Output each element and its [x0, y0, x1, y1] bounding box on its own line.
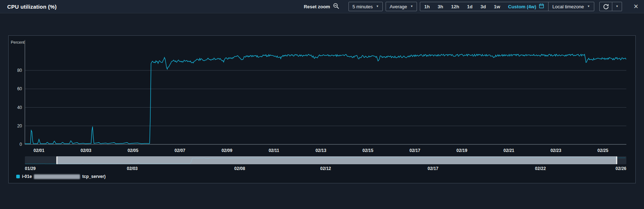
x-tick-02/07: 02/07 — [174, 148, 185, 153]
time-range-group: 1h3h12h1d3d1w Custom (4w) Local timezone… — [420, 2, 594, 11]
x-tick-02/05: 02/05 — [128, 148, 138, 153]
brush-tick-02/26: 02/26 — [616, 166, 626, 171]
brush-handle-right[interactable] — [616, 156, 617, 164]
legend[interactable]: i-01e tcp_server) — [16, 174, 635, 179]
brush-tick-02/08: 02/08 — [234, 166, 245, 171]
range-3d[interactable]: 3d — [476, 4, 490, 9]
calendar-icon — [539, 3, 544, 10]
reset-zoom-label: Reset zoom — [304, 4, 330, 9]
y-tick-0: 0 — [19, 142, 22, 147]
graph-title: CPU utilization (%) — [7, 4, 57, 10]
range-1h[interactable]: 1h — [420, 4, 434, 9]
brush-unselected-left[interactable] — [25, 156, 57, 164]
chevron-down-icon: ▼ — [616, 5, 618, 8]
legend-label-suffix: tcp_server) — [82, 174, 106, 179]
range-1d[interactable]: 1d — [463, 4, 476, 9]
header-controls: Reset zoom 5 minutes ▼ Average ▼ 1h3h12h… — [304, 2, 638, 11]
custom-range-label: Custom (4w) — [508, 4, 536, 9]
statistic-select-value: Average — [390, 4, 407, 9]
x-tick-02/11: 02/11 — [268, 148, 279, 153]
brush-selection[interactable] — [57, 156, 617, 164]
refresh-split-button: ▼ — [599, 2, 622, 11]
range-shortcuts: 1h3h12h1d3d1w — [420, 4, 504, 9]
x-tick-02/21: 02/21 — [503, 148, 514, 153]
x-tick-02/03: 02/03 — [80, 148, 91, 153]
x-tick-02/17: 02/17 — [409, 148, 420, 153]
x-tick-02/23: 02/23 — [550, 148, 561, 153]
chevron-down-icon: ▼ — [410, 5, 413, 8]
y-tick-20: 20 — [17, 123, 22, 129]
plot-area[interactable] — [25, 40, 626, 144]
range-1w[interactable]: 1w — [490, 4, 504, 9]
x-tick-02/13: 02/13 — [315, 148, 326, 153]
x-tick-02/15: 02/15 — [363, 148, 373, 153]
x-tick-02/09: 02/09 — [222, 148, 232, 153]
statistic-select[interactable]: Average ▼ — [386, 2, 417, 11]
brush-tick-01/29: 01/29 — [25, 166, 36, 171]
refresh-options-button[interactable]: ▼ — [612, 2, 622, 11]
brush-tick-02/17: 02/17 — [428, 166, 439, 171]
timezone-select[interactable]: Local timezone ▼ — [548, 4, 594, 9]
legend-label-prefix: i-01e — [22, 174, 32, 179]
close-icon[interactable]: × — [634, 3, 638, 10]
brush-tick-02/03: 02/03 — [127, 166, 138, 171]
header: CPU utilization (%) Reset zoom 5 minutes… — [0, 0, 644, 13]
chart-panel: Percent02040608002/0102/0302/0502/0702/0… — [8, 35, 636, 183]
range-12h[interactable]: 12h — [447, 4, 463, 9]
cpu-utilization-chart[interactable]: Percent02040608002/0102/0302/0502/0702/0… — [9, 36, 635, 171]
timezone-select-value: Local timezone — [552, 4, 584, 9]
range-3h[interactable]: 3h — [434, 4, 447, 9]
x-tick-02/01: 02/01 — [34, 148, 44, 153]
brush-tick-02/22: 02/22 — [535, 166, 546, 171]
reset-zoom-button[interactable]: Reset zoom — [304, 3, 339, 10]
x-tick-02/25: 02/25 — [598, 148, 608, 153]
y-tick-60: 60 — [17, 86, 22, 91]
x-tick-02/19: 02/19 — [457, 148, 467, 153]
custom-range-button[interactable]: Custom (4w) — [504, 3, 548, 10]
brush-unselected-right[interactable] — [617, 156, 626, 164]
zoom-out-icon — [333, 3, 339, 10]
chevron-down-icon: ▼ — [376, 5, 379, 8]
redacted-instance-id — [34, 174, 80, 179]
y-tick-80: 80 — [17, 68, 22, 73]
period-select-value: 5 minutes — [352, 4, 373, 9]
brush-handle-left[interactable] — [56, 156, 57, 164]
y-axis-unit-label: Percent — [11, 40, 25, 44]
refresh-button[interactable] — [599, 2, 612, 11]
chevron-down-icon: ▼ — [587, 5, 590, 8]
refresh-icon — [603, 4, 609, 10]
period-select[interactable]: 5 minutes ▼ — [348, 2, 383, 11]
brush-tick-02/12: 02/12 — [320, 166, 331, 171]
y-tick-40: 40 — [17, 105, 22, 110]
legend-color-swatch — [16, 175, 20, 178]
